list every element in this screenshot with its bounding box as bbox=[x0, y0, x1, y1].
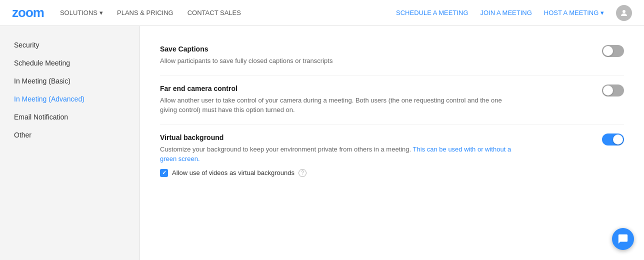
sidebar-item-security[interactable]: Security bbox=[0, 36, 140, 54]
setting-virtual-background-info: Virtual background Customize your backgr… bbox=[160, 134, 520, 177]
virtual-bg-checkbox-row: ✓ Allow use of videos as virtual backgro… bbox=[160, 164, 520, 177]
virtual-background-toggle[interactable] bbox=[602, 134, 624, 146]
sidebar-item-in-meeting-basic[interactable]: In Meeting (Basic) bbox=[0, 72, 140, 90]
setting-virtual-background-control[interactable] bbox=[602, 134, 624, 147]
help-icon[interactable]: ? bbox=[298, 169, 306, 177]
main-nav: SOLUTIONS ▾ PLANS & PRICING CONTACT SALE… bbox=[60, 9, 396, 16]
nav-plans-pricing[interactable]: PLANS & PRICING bbox=[117, 9, 174, 16]
sidebar-item-email-notification[interactable]: Email Notification bbox=[0, 108, 140, 126]
chat-icon bbox=[618, 234, 628, 244]
chevron-down-icon: ▾ bbox=[600, 9, 604, 16]
save-captions-toggle[interactable] bbox=[602, 45, 624, 57]
header-actions: SCHEDULE A MEETING JOIN A MEETING HOST A… bbox=[396, 5, 632, 21]
far-end-camera-thumb bbox=[603, 86, 613, 96]
save-captions-thumb bbox=[603, 46, 613, 56]
setting-save-captions: Save Captions Allow participants to save… bbox=[160, 36, 624, 76]
setting-far-end-camera-info: Far end camera control Allow another use… bbox=[160, 84, 520, 115]
setting-save-captions-info: Save Captions Allow participants to save… bbox=[160, 45, 520, 66]
host-meeting-link[interactable]: HOST A MEETING ▾ bbox=[544, 9, 604, 16]
allow-videos-checkbox[interactable]: ✓ bbox=[160, 169, 168, 177]
virtual-background-thumb bbox=[613, 134, 623, 144]
avatar[interactable] bbox=[616, 5, 632, 21]
setting-far-end-camera-title: Far end camera control bbox=[160, 84, 520, 92]
schedule-meeting-link[interactable]: SCHEDULE A MEETING bbox=[396, 9, 468, 16]
setting-far-end-camera: Far end camera control Allow another use… bbox=[160, 76, 624, 124]
page-container: Security Schedule Meeting In Meeting (Ba… bbox=[0, 26, 644, 260]
logo[interactable]: zoom bbox=[12, 5, 44, 20]
chevron-down-icon: ▾ bbox=[100, 9, 103, 16]
save-captions-track[interactable] bbox=[602, 45, 624, 57]
join-meeting-link[interactable]: JOIN A MEETING bbox=[480, 9, 532, 16]
setting-virtual-background-desc: Customize your background to keep your e… bbox=[160, 144, 520, 164]
setting-save-captions-title: Save Captions bbox=[160, 45, 520, 53]
setting-far-end-camera-control[interactable] bbox=[602, 84, 624, 98]
far-end-camera-toggle[interactable] bbox=[602, 84, 624, 96]
main-content: Save Captions Allow participants to save… bbox=[140, 26, 644, 260]
allow-videos-label: Allow use of videos as virtual backgroun… bbox=[172, 169, 294, 176]
setting-save-captions-control[interactable] bbox=[602, 45, 624, 58]
user-icon bbox=[620, 8, 628, 18]
svg-point-0 bbox=[622, 10, 626, 13]
sidebar-item-other[interactable]: Other bbox=[0, 126, 140, 144]
setting-save-captions-desc: Allow participants to save fully closed … bbox=[160, 56, 520, 66]
nav-solutions[interactable]: SOLUTIONS ▾ bbox=[60, 9, 103, 16]
nav-contact-sales[interactable]: CONTACT SALES bbox=[188, 9, 241, 16]
setting-far-end-camera-desc: Allow another user to take control of yo… bbox=[160, 96, 520, 115]
sidebar-item-in-meeting-advanced[interactable]: In Meeting (Advanced) bbox=[0, 90, 140, 108]
sidebar: Security Schedule Meeting In Meeting (Ba… bbox=[0, 26, 140, 260]
chat-fab-button[interactable] bbox=[612, 228, 634, 250]
setting-virtual-background-title: Virtual background bbox=[160, 134, 520, 142]
far-end-camera-track[interactable] bbox=[602, 84, 624, 96]
sidebar-item-schedule-meeting[interactable]: Schedule Meeting bbox=[0, 54, 140, 72]
logo-text: zoom bbox=[12, 5, 44, 20]
top-nav: zoom SOLUTIONS ▾ PLANS & PRICING CONTACT… bbox=[0, 0, 644, 26]
setting-virtual-background: Virtual background Customize your backgr… bbox=[160, 124, 624, 186]
virtual-bg-link: This can be used with or without a green… bbox=[160, 146, 511, 163]
virtual-background-track[interactable] bbox=[602, 134, 624, 146]
check-icon: ✓ bbox=[162, 170, 166, 176]
